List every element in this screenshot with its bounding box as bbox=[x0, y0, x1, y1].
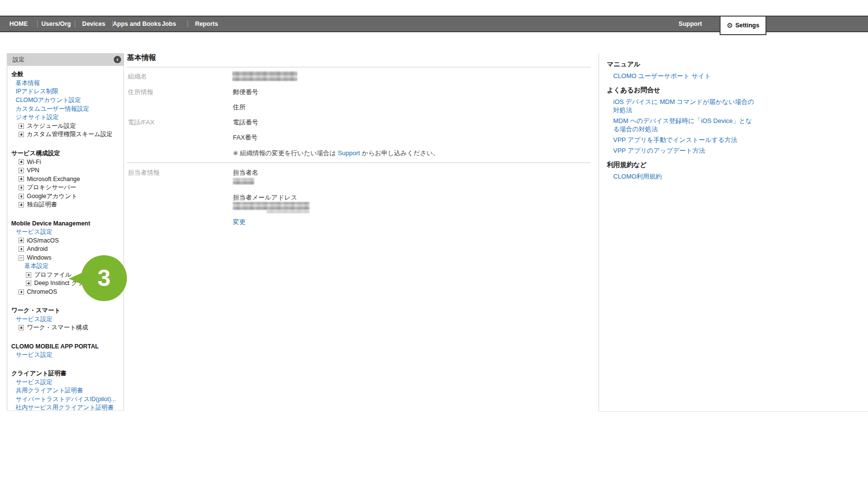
clomo-settings-page: HOMEUsers/OrgDevicesApps and BooksJobsRe… bbox=[0, 0, 868, 488]
help-link[interactable]: CLOMO ユーザーサポート サイト bbox=[613, 72, 756, 80]
help-panel: マニュアルCLOMO ユーザーサポート サイトよくあるお問合せiOS デバイスに… bbox=[599, 53, 868, 412]
settings-tab-label: Settings bbox=[735, 22, 759, 29]
redacted-contact-email bbox=[233, 202, 310, 210]
help-panel-content: マニュアルCLOMO ユーザーサポート サイトよくあるお問合せiOS デバイスに… bbox=[599, 53, 756, 181]
gear-icon: ⚙ bbox=[727, 22, 733, 29]
support-link[interactable]: Support bbox=[338, 149, 360, 157]
help-link[interactable]: MDM へのデバイス登録時に「iOS Device」となる場合の対処法 bbox=[613, 117, 756, 133]
help-group-heading: 利用規約など bbox=[607, 161, 756, 169]
tab-settings[interactable]: ⚙ Settings bbox=[720, 16, 766, 35]
org-name-label: 組織名 bbox=[128, 72, 147, 81]
section-divider bbox=[127, 163, 591, 163]
contact-email-label: 担当者メールアドレス bbox=[233, 193, 297, 202]
address-section-label: 住所情報 bbox=[128, 88, 153, 97]
page-title: 基本情報 bbox=[127, 53, 156, 62]
change-link[interactable]: 変更 bbox=[233, 218, 246, 226]
help-group-heading: よくあるお問合せ bbox=[607, 86, 756, 95]
title-divider bbox=[127, 67, 591, 67]
help-link[interactable]: VPP アプリを手動でインストールする方法 bbox=[613, 136, 756, 144]
fax-number-label: FAX番号 bbox=[233, 133, 258, 142]
redacted-contact-email-2 bbox=[267, 210, 310, 213]
org-change-note: ※ 組織情報の変更を行いたい場合は Support からお申し込みください。 bbox=[233, 149, 439, 158]
contact-name-label: 担当者名 bbox=[233, 168, 258, 177]
help-link[interactable]: iOS デバイスに MDM コマンドが届かない場合の対処法 bbox=[613, 98, 756, 114]
phone-number-label: 電話番号 bbox=[233, 118, 258, 127]
postal-code-label: 郵便番号 bbox=[233, 88, 258, 97]
redacted-contact-name bbox=[233, 178, 254, 184]
phone-fax-section-label: 電話/FAX bbox=[128, 118, 154, 127]
help-group-heading: マニュアル bbox=[607, 60, 756, 69]
help-link[interactable]: CLOMO利用規約 bbox=[613, 172, 756, 181]
contact-section-label: 担当者情報 bbox=[128, 168, 160, 177]
redacted-org-name bbox=[232, 71, 297, 81]
address-label: 住所 bbox=[233, 103, 246, 112]
help-link[interactable]: VPP アプリのアップデート方法 bbox=[613, 146, 756, 155]
